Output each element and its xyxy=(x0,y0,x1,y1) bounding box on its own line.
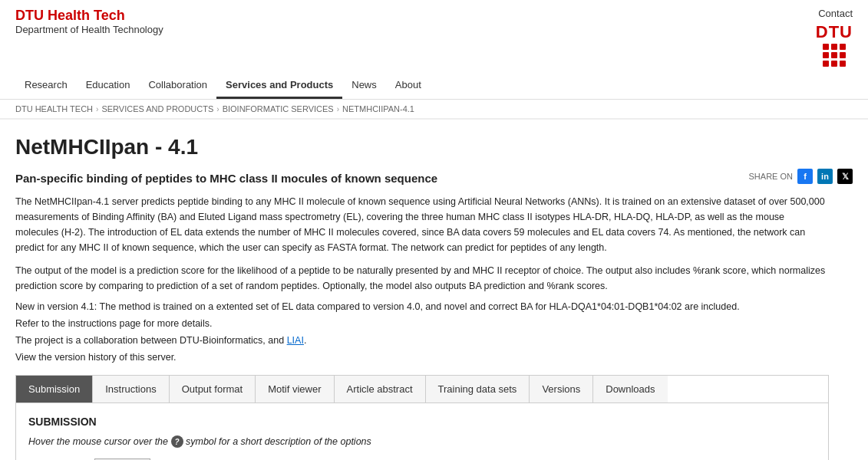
help-icon: ? xyxy=(171,435,183,448)
version-note: New in version 4.1: The method is traine… xyxy=(15,301,829,312)
nav-item-collaboration[interactable]: Collaboration xyxy=(139,73,216,99)
tabs-bar: Submission Instructions Output format Mo… xyxy=(15,375,829,402)
version-history-text: View the version history of this server. xyxy=(15,352,829,363)
breadcrumb: DTU HEALTH TECH › SERVICES AND PRODUCTS … xyxy=(0,100,868,119)
tab-instructions[interactable]: Instructions xyxy=(93,376,169,402)
dtu-logo: DTU xyxy=(816,22,853,67)
submission-section-title: SUBMISSION xyxy=(28,416,816,428)
paragraph-2: The output of the model is a prediction … xyxy=(15,263,829,294)
twitter-icon[interactable]: 𝕏 xyxy=(837,169,853,184)
nav-item-research[interactable]: Research xyxy=(15,73,77,99)
nav-item-education[interactable]: Education xyxy=(77,73,140,99)
tab-output-format[interactable]: Output format xyxy=(170,376,256,402)
collab-text-before: The project is a collaboration between D… xyxy=(15,335,287,346)
facebook-icon[interactable]: f xyxy=(797,169,813,184)
hover-hint: Hover the mouse cursor over the ? symbol… xyxy=(28,435,816,448)
brand: DTU Health Tech Department of Health Tec… xyxy=(15,8,163,35)
page-subtitle: Pan-specific binding of peptides to MHC … xyxy=(15,172,829,185)
breadcrumb-dtu-health-tech[interactable]: DTU HEALTH TECH xyxy=(15,104,93,113)
tab-downloads[interactable]: Downloads xyxy=(593,376,667,402)
collab-text-after: . xyxy=(304,335,306,346)
refer-text: Refer to the instructions page for more … xyxy=(15,318,829,329)
share-on-section: SHARE ON f in 𝕏 xyxy=(749,169,853,184)
tab-versions[interactable]: Versions xyxy=(530,376,593,402)
collab-text: The project is a collaboration between D… xyxy=(15,335,829,346)
nav-item-about[interactable]: About xyxy=(386,73,431,99)
page-title: NetMHCIIpan - 4.1 xyxy=(15,135,829,159)
site-title: DTU Health Tech xyxy=(15,8,163,24)
main-content: NetMHCIIpan - 4.1 Pan-specific binding o… xyxy=(0,120,844,460)
main-nav: Research Education Collaboration Service… xyxy=(15,73,853,99)
tab-training-data[interactable]: Training data sets xyxy=(426,376,530,402)
tab-submission[interactable]: Submission xyxy=(16,376,93,402)
liai-link[interactable]: LIAI xyxy=(287,335,304,346)
breadcrumb-bioinformatic[interactable]: BIOINFORMATIC SERVICES xyxy=(223,104,334,113)
site-subtitle: Department of Health Technology xyxy=(15,24,163,35)
dtu-logo-text: DTU xyxy=(816,22,853,42)
dtu-logo-lines xyxy=(823,44,846,67)
contact-link[interactable]: Contact xyxy=(818,8,853,19)
tab-motif-viewer[interactable]: Motif viewer xyxy=(256,376,334,402)
paragraph-1: The NetMHCIIpan-4.1 server predicts pept… xyxy=(15,194,829,255)
linkedin-icon[interactable]: in xyxy=(817,169,833,184)
breadcrumb-current[interactable]: NETMHCIIPAN-4.1 xyxy=(342,104,414,113)
top-right: Contact DTU xyxy=(816,8,853,67)
breadcrumb-services[interactable]: SERVICES AND PRODUCTS xyxy=(101,104,213,113)
share-on-label: SHARE ON xyxy=(749,172,793,181)
nav-item-news[interactable]: News xyxy=(342,73,386,99)
tab-article-abstract[interactable]: Article abstract xyxy=(335,376,426,402)
tab-content-submission: SUBMISSION Hover the mouse cursor over t… xyxy=(15,402,829,460)
header: DTU Health Tech Department of Health Tec… xyxy=(0,0,868,100)
nav-item-services[interactable]: Services and Products xyxy=(216,73,342,99)
